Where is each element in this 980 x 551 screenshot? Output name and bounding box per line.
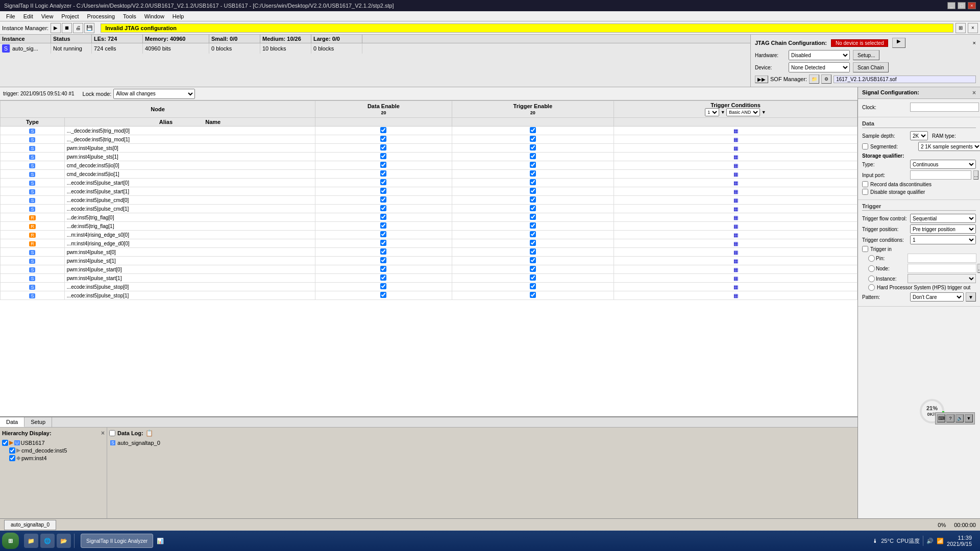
trigger-condition-cell[interactable]: ▦: [614, 135, 857, 144]
trigger-enable-checkbox[interactable]: [530, 222, 536, 229]
instance-radio[interactable]: [868, 276, 875, 282]
start-button[interactable]: ⊞: [2, 533, 19, 549]
data-enable-cell[interactable]: [315, 153, 452, 161]
taskbar-signal-icon[interactable]: 📊: [153, 534, 167, 548]
trigger-condition-cell[interactable]: ▦: [614, 161, 857, 170]
trigger-condition-cell[interactable]: ▦: [614, 283, 857, 291]
data-enable-cell[interactable]: [315, 248, 452, 257]
sof-settings-button[interactable]: ⚙: [821, 74, 831, 84]
trigger-enable-checkbox[interactable]: [530, 144, 536, 151]
trigger-condition-cell[interactable]: ▦: [614, 274, 857, 283]
trigger-conditions-select[interactable]: 1: [910, 235, 976, 244]
trigger-enable-checkbox[interactable]: [530, 257, 536, 263]
trigger-enable-cell[interactable]: [452, 257, 614, 265]
data-enable-checkbox[interactable]: [380, 248, 386, 255]
table-row[interactable]: S ...ecode:inst5|pulse_cmd[0] ▦: [1, 196, 857, 205]
signal-config-close-button[interactable]: ×: [972, 89, 976, 96]
menu-processing[interactable]: Processing: [83, 12, 119, 20]
hierarchy-checkbox-cmd[interactable]: [9, 447, 15, 454]
close-instance-button[interactable]: ×: [968, 23, 978, 33]
minimize-button[interactable]: _: [947, 2, 955, 9]
taskbar-browser[interactable]: 🌐: [40, 534, 55, 548]
input-port-browse-button[interactable]: ...: [973, 170, 978, 180]
pin-input[interactable]: [908, 254, 976, 263]
trigger-condition-cell[interactable]: ▦: [614, 257, 857, 265]
trigger-enable-checkbox[interactable]: [530, 170, 536, 177]
trigger-enable-cell[interactable]: [452, 135, 614, 144]
data-enable-cell[interactable]: [315, 239, 452, 248]
trigger-condition-cell[interactable]: ▦: [614, 291, 857, 300]
trigger-condition-cell[interactable]: ▦: [614, 187, 857, 196]
sq-type-select[interactable]: Continuous: [910, 160, 976, 169]
expand-button[interactable]: ⊞: [955, 23, 966, 33]
data-enable-cell[interactable]: [315, 291, 452, 300]
trigger-enable-checkbox[interactable]: [530, 214, 536, 220]
trigger-enable-cell[interactable]: [452, 127, 614, 135]
trigger-enable-cell[interactable]: [452, 248, 614, 257]
table-row[interactable]: S pwm:inst4|pulse_start[0] ▦: [1, 265, 857, 274]
table-row[interactable]: S ...ecode:inst5|pulse_cmd[1] ▦: [1, 205, 857, 213]
trigger-enable-checkbox[interactable]: [530, 162, 536, 168]
trigger-enable-cell[interactable]: [452, 231, 614, 239]
trigger-condition-cell[interactable]: ▦: [614, 248, 857, 257]
stop-button[interactable]: ⏹: [62, 23, 72, 33]
table-row[interactable]: R ...de:inst5|trig_flag[1] ▦: [1, 222, 857, 231]
data-enable-cell[interactable]: [315, 161, 452, 170]
trigger-enable-checkbox[interactable]: [530, 231, 536, 237]
table-row[interactable]: S pwm:inst4|pulse_sts[0] ▦: [1, 144, 857, 153]
menu-tools[interactable]: Tools: [119, 12, 140, 20]
trigger-position-select[interactable]: Pre trigger position: [910, 224, 976, 234]
hierarchy-item-cmd[interactable]: ▶ cmd_decode:inst5: [9, 446, 105, 454]
data-enable-cell[interactable]: [315, 283, 452, 291]
trigger-flow-select[interactable]: Sequential: [910, 214, 976, 223]
trigger-enable-checkbox[interactable]: [530, 266, 536, 272]
data-enable-cell[interactable]: [315, 196, 452, 205]
table-row[interactable]: S ...ecode:inst5|pulse_stop[1] ▦: [1, 291, 857, 300]
data-enable-checkbox[interactable]: [380, 240, 386, 246]
trigger-enable-cell[interactable]: [452, 161, 614, 170]
data-enable-checkbox[interactable]: [380, 257, 386, 263]
menu-help[interactable]: Help: [168, 12, 188, 20]
data-enable-cell[interactable]: [315, 213, 452, 222]
table-row[interactable]: S ...ecode:inst5|pulse_stop[0] ▦: [1, 283, 857, 291]
scan-chain-button[interactable]: Scan Chain: [853, 62, 889, 72]
segmented-select[interactable]: 2 1K sample segments: [918, 142, 980, 151]
trigger-enable-checkbox[interactable]: [530, 127, 536, 133]
trigger-condition-cell[interactable]: ▦: [614, 196, 857, 205]
hierarchy-item-pwm[interactable]: ◆ pwm:inst4: [9, 454, 105, 462]
trigger-enable-checkbox[interactable]: [530, 274, 536, 281]
trigger-enable-checkbox[interactable]: [530, 136, 536, 142]
trigger-enable-cell[interactable]: [452, 283, 614, 291]
table-row[interactable]: R ...m:inst4|rising_edge_d0[0] ▦: [1, 239, 857, 248]
data-enable-checkbox[interactable]: [380, 153, 386, 159]
data-enable-checkbox[interactable]: [380, 170, 386, 177]
data-enable-cell[interactable]: [315, 135, 452, 144]
bottom-tab-item[interactable]: auto_signaltap_0: [4, 520, 56, 530]
node-browse-button[interactable]: ...: [977, 264, 980, 273]
data-enable-checkbox[interactable]: [380, 214, 386, 220]
data-enable-checkbox[interactable]: [380, 179, 386, 185]
data-enable-checkbox[interactable]: [380, 196, 386, 203]
trigger-enable-checkbox[interactable]: [530, 292, 536, 298]
trigger-enable-checkbox[interactable]: [530, 248, 536, 255]
mini-btn-1[interactable]: ⌨: [937, 414, 945, 422]
hardware-select[interactable]: Disabled: [789, 50, 850, 60]
data-enable-cell[interactable]: [315, 257, 452, 265]
trigger-condition-cell[interactable]: ▦: [614, 239, 857, 248]
hierarchy-close-button[interactable]: ×: [101, 430, 105, 437]
trigger-enable-cell[interactable]: [452, 179, 614, 187]
menu-view[interactable]: View: [37, 12, 58, 20]
trigger-enable-cell[interactable]: [452, 239, 614, 248]
tab-data[interactable]: Data: [0, 417, 24, 427]
menu-edit[interactable]: Edit: [19, 12, 37, 20]
tab-setup[interactable]: Setup: [24, 417, 52, 427]
trigger-enable-cell[interactable]: [452, 291, 614, 300]
data-enable-checkbox[interactable]: [380, 222, 386, 229]
trigger-condition-cell[interactable]: ▦: [614, 213, 857, 222]
mini-btn-4[interactable]: ▼: [965, 414, 973, 422]
mini-btn-3[interactable]: 🔊: [955, 414, 964, 422]
trigger-condition-cell[interactable]: ▦: [614, 231, 857, 239]
print-button[interactable]: 🖨: [73, 23, 83, 33]
trigger-condition-cell[interactable]: ▦: [614, 127, 857, 135]
program-button[interactable]: ▶: [892, 38, 905, 48]
